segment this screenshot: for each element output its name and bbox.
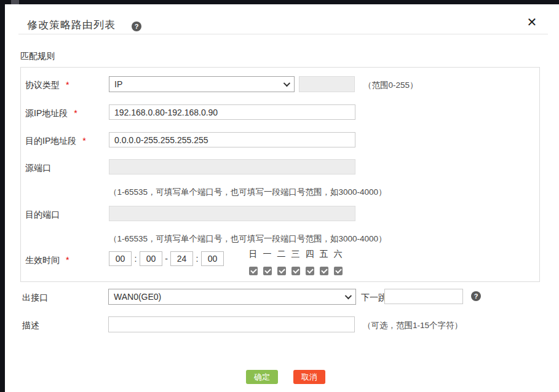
match-rules-section-title: 匹配规则 [20, 51, 55, 62]
required-marker: * [66, 255, 69, 265]
required-marker: * [82, 136, 85, 146]
start-hour-field[interactable] [109, 251, 132, 266]
weekday-checkbox[interactable] [334, 267, 343, 275]
end-minute-field[interactable] [201, 251, 224, 266]
weekday-checkbox[interactable] [249, 267, 258, 275]
weekday-monday: 一 [260, 248, 274, 275]
time-separator: - [162, 254, 170, 264]
description-field[interactable] [108, 316, 355, 332]
weekday-sunday: 日 [246, 248, 260, 275]
weekday-saturday: 六 [331, 248, 345, 275]
weekday-friday: 五 [317, 248, 331, 275]
time-separator: : [132, 254, 140, 264]
out-interface-label: 出接口 [22, 292, 48, 304]
dst-ip-field[interactable] [109, 132, 355, 147]
close-icon[interactable]: ✕ [525, 15, 539, 29]
weekday-checkbox[interactable] [277, 267, 286, 275]
start-minute-field[interactable] [140, 251, 162, 266]
src-port-note: （1-65535，可填写单个端口号，也可填写一段端口号范围，如3000-4000… [109, 187, 387, 198]
time-separator: : [193, 254, 201, 264]
end-hour-field[interactable] [170, 251, 193, 266]
weekday-checkbox[interactable] [320, 267, 328, 275]
protocol-select[interactable]: IP [109, 76, 295, 92]
title-divider [18, 34, 548, 34]
protocol-label: 协议类型* [25, 80, 69, 91]
weekday-tuesday: 二 [274, 248, 288, 275]
out-interface-select-control[interactable]: WAN0(GE0) [109, 289, 355, 304]
next-hop-field[interactable] [384, 289, 463, 304]
protocol-number-field [299, 76, 355, 92]
description-label: 描述 [22, 320, 39, 331]
dialog-title: 修改策略路由列表 [27, 18, 116, 32]
weekday-wednesday: 三 [288, 248, 303, 275]
dst-ip-label: 目的IP地址段* [25, 136, 86, 147]
protocol-note: （范围0-255） [363, 80, 418, 91]
effective-time-label: 生效时间* [25, 255, 69, 266]
src-ip-field[interactable] [109, 104, 355, 120]
src-port-label: 源端口 [25, 163, 51, 174]
next-hop-label: 下一跳 [361, 292, 387, 304]
weekday-thursday: 四 [303, 248, 317, 275]
out-interface-select[interactable]: WAN0(GE0) [108, 289, 356, 305]
weekday-checkbox-group: 日 一 二 三 四 五 六 [246, 248, 345, 275]
src-port-field [109, 159, 355, 174]
page-background-strip [0, 0, 559, 4]
src-ip-label: 源IP地址段* [25, 108, 77, 119]
dst-port-label: 目的端口 [25, 210, 60, 221]
cancel-button[interactable]: 取消 [293, 370, 325, 384]
required-marker: * [74, 108, 77, 118]
description-note: （可选，范围1-15个字符） [363, 320, 462, 331]
next-hop-help-icon[interactable]: ? [471, 291, 481, 301]
required-marker: * [66, 80, 69, 90]
policy-route-edit-dialog: 修改策略路由列表 ? ✕ 匹配规则 协议类型* IP （范围0-255） 源IP… [5, 4, 559, 392]
time-range: : - : [109, 251, 224, 266]
protocol-select-control[interactable]: IP [109, 77, 294, 92]
weekday-checkbox[interactable] [306, 267, 314, 275]
dst-port-note: （1-65535，可填写单个端口号，也可填写一段端口号范围，如3000-4000… [109, 233, 387, 245]
page-background-tab [11, 0, 19, 4]
title-help-icon[interactable]: ? [132, 22, 141, 31]
match-rules-box: 协议类型* IP （范围0-255） 源IP地址段* 目的IP地址段* 源端口 [20, 67, 540, 282]
ok-button[interactable]: 确定 [246, 370, 278, 384]
weekday-checkbox[interactable] [291, 267, 300, 275]
dst-port-field [109, 206, 355, 221]
weekday-checkbox[interactable] [263, 267, 272, 275]
